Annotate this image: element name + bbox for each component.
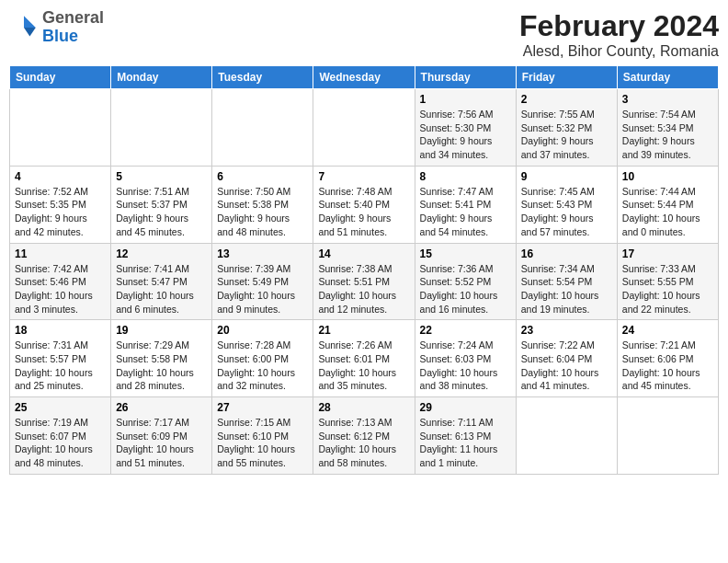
page-subtitle: Alesd, Bihor County, Romania: [519, 43, 719, 60]
day-number: 17: [622, 247, 713, 260]
calendar-cell: 3Sunrise: 7:54 AM Sunset: 5:34 PM Daylig…: [617, 89, 718, 167]
day-number: 8: [420, 170, 511, 183]
header-row: Sunday Monday Tuesday Wednesday Thursday…: [10, 66, 719, 89]
calendar-cell: 20Sunrise: 7:28 AM Sunset: 6:00 PM Dayli…: [212, 320, 313, 397]
col-friday: Friday: [516, 66, 617, 89]
calendar-cell: 19Sunrise: 7:29 AM Sunset: 5:58 PM Dayli…: [111, 320, 212, 397]
day-number: 26: [116, 401, 207, 414]
day-number: 14: [318, 247, 409, 260]
col-thursday: Thursday: [415, 66, 516, 89]
day-number: 1: [420, 93, 511, 106]
day-number: 4: [15, 170, 106, 183]
calendar-cell: 23Sunrise: 7:22 AM Sunset: 6:04 PM Dayli…: [516, 320, 617, 397]
svg-marker-1: [24, 28, 36, 37]
day-info: Sunrise: 7:15 AM Sunset: 6:10 PM Dayligh…: [217, 416, 308, 470]
calendar-table: Sunday Monday Tuesday Wednesday Thursday…: [9, 65, 719, 475]
day-number: 7: [318, 170, 409, 183]
calendar-header: Sunday Monday Tuesday Wednesday Thursday…: [10, 66, 719, 89]
calendar-cell: 12Sunrise: 7:41 AM Sunset: 5:47 PM Dayli…: [111, 243, 212, 320]
day-info: Sunrise: 7:36 AM Sunset: 5:52 PM Dayligh…: [420, 262, 511, 316]
calendar-cell: 10Sunrise: 7:44 AM Sunset: 5:44 PM Dayli…: [617, 166, 718, 243]
day-number: 16: [521, 247, 612, 260]
col-sunday: Sunday: [10, 66, 111, 89]
day-info: Sunrise: 7:50 AM Sunset: 5:38 PM Dayligh…: [217, 185, 308, 239]
calendar-body: 1Sunrise: 7:56 AM Sunset: 5:30 PM Daylig…: [10, 89, 719, 475]
day-info: Sunrise: 7:47 AM Sunset: 5:41 PM Dayligh…: [420, 185, 511, 239]
calendar-cell: 29Sunrise: 7:11 AM Sunset: 6:13 PM Dayli…: [415, 397, 516, 475]
day-info: Sunrise: 7:44 AM Sunset: 5:44 PM Dayligh…: [622, 185, 713, 239]
logo-icon: [9, 13, 39, 42]
day-info: Sunrise: 7:29 AM Sunset: 5:58 PM Dayligh…: [116, 339, 207, 393]
day-number: 10: [622, 170, 713, 183]
day-info: Sunrise: 7:45 AM Sunset: 5:43 PM Dayligh…: [521, 185, 612, 239]
calendar-week-5: 25Sunrise: 7:19 AM Sunset: 6:07 PM Dayli…: [10, 397, 719, 475]
day-info: Sunrise: 7:41 AM Sunset: 5:47 PM Dayligh…: [116, 262, 207, 316]
col-tuesday: Tuesday: [212, 66, 313, 89]
day-info: Sunrise: 7:54 AM Sunset: 5:34 PM Dayligh…: [622, 108, 713, 162]
calendar-cell: 4Sunrise: 7:52 AM Sunset: 5:35 PM Daylig…: [10, 166, 111, 243]
calendar-cell: 17Sunrise: 7:33 AM Sunset: 5:55 PM Dayli…: [617, 243, 718, 320]
calendar-cell: 5Sunrise: 7:51 AM Sunset: 5:37 PM Daylig…: [111, 166, 212, 243]
logo-text: General Blue: [42, 9, 104, 46]
day-number: 25: [15, 401, 106, 414]
day-info: Sunrise: 7:34 AM Sunset: 5:54 PM Dayligh…: [521, 262, 612, 316]
calendar-cell: 9Sunrise: 7:45 AM Sunset: 5:43 PM Daylig…: [516, 166, 617, 243]
calendar-cell: 13Sunrise: 7:39 AM Sunset: 5:49 PM Dayli…: [212, 243, 313, 320]
day-number: 29: [420, 401, 511, 414]
day-number: 9: [521, 170, 612, 183]
calendar-cell: 21Sunrise: 7:26 AM Sunset: 6:01 PM Dayli…: [313, 320, 415, 397]
calendar-cell: 8Sunrise: 7:47 AM Sunset: 5:41 PM Daylig…: [415, 166, 516, 243]
day-info: Sunrise: 7:17 AM Sunset: 6:09 PM Dayligh…: [116, 416, 207, 470]
calendar-cell: 22Sunrise: 7:24 AM Sunset: 6:03 PM Dayli…: [415, 320, 516, 397]
day-number: 20: [217, 324, 308, 337]
day-number: 13: [217, 247, 308, 260]
logo: General Blue: [9, 9, 104, 46]
day-number: 27: [217, 401, 308, 414]
page-title: February 2024: [519, 9, 719, 43]
calendar-cell: 28Sunrise: 7:13 AM Sunset: 6:12 PM Dayli…: [313, 397, 415, 475]
day-info: Sunrise: 7:22 AM Sunset: 6:04 PM Dayligh…: [521, 339, 612, 393]
calendar-cell: 1Sunrise: 7:56 AM Sunset: 5:30 PM Daylig…: [415, 89, 516, 167]
calendar-cell: [617, 397, 718, 475]
calendar-cell: 25Sunrise: 7:19 AM Sunset: 6:07 PM Dayli…: [10, 397, 111, 475]
day-info: Sunrise: 7:19 AM Sunset: 6:07 PM Dayligh…: [15, 416, 106, 470]
day-info: Sunrise: 7:13 AM Sunset: 6:12 PM Dayligh…: [318, 416, 409, 470]
calendar-cell: 15Sunrise: 7:36 AM Sunset: 5:52 PM Dayli…: [415, 243, 516, 320]
day-number: 19: [116, 324, 207, 337]
day-info: Sunrise: 7:52 AM Sunset: 5:35 PM Dayligh…: [15, 185, 106, 239]
calendar-week-1: 1Sunrise: 7:56 AM Sunset: 5:30 PM Daylig…: [10, 89, 719, 167]
day-info: Sunrise: 7:56 AM Sunset: 5:30 PM Dayligh…: [420, 108, 511, 162]
calendar-cell: [10, 89, 111, 167]
calendar-cell: 6Sunrise: 7:50 AM Sunset: 5:38 PM Daylig…: [212, 166, 313, 243]
logo-general: General: [42, 8, 104, 27]
svg-marker-0: [24, 16, 36, 28]
day-number: 12: [116, 247, 207, 260]
day-number: 5: [116, 170, 207, 183]
calendar-cell: 24Sunrise: 7:21 AM Sunset: 6:06 PM Dayli…: [617, 320, 718, 397]
calendar-cell: [313, 89, 415, 167]
calendar-week-2: 4Sunrise: 7:52 AM Sunset: 5:35 PM Daylig…: [10, 166, 719, 243]
page-header: General Blue February 2024 Alesd, Bihor …: [9, 9, 719, 60]
calendar-cell: 7Sunrise: 7:48 AM Sunset: 5:40 PM Daylig…: [313, 166, 415, 243]
day-number: 11: [15, 247, 106, 260]
day-number: 23: [521, 324, 612, 337]
title-block: February 2024 Alesd, Bihor County, Roman…: [519, 9, 719, 60]
day-info: Sunrise: 7:38 AM Sunset: 5:51 PM Dayligh…: [318, 262, 409, 316]
calendar-week-3: 11Sunrise: 7:42 AM Sunset: 5:46 PM Dayli…: [10, 243, 719, 320]
calendar-cell: [111, 89, 212, 167]
day-number: 22: [420, 324, 511, 337]
calendar-cell: [212, 89, 313, 167]
day-number: 18: [15, 324, 106, 337]
col-saturday: Saturday: [617, 66, 718, 89]
day-info: Sunrise: 7:51 AM Sunset: 5:37 PM Dayligh…: [116, 185, 207, 239]
day-info: Sunrise: 7:55 AM Sunset: 5:32 PM Dayligh…: [521, 108, 612, 162]
day-info: Sunrise: 7:26 AM Sunset: 6:01 PM Dayligh…: [318, 339, 409, 393]
calendar-cell: [516, 397, 617, 475]
day-number: 21: [318, 324, 409, 337]
col-wednesday: Wednesday: [313, 66, 415, 89]
calendar-cell: 2Sunrise: 7:55 AM Sunset: 5:32 PM Daylig…: [516, 89, 617, 167]
col-monday: Monday: [111, 66, 212, 89]
calendar-cell: 27Sunrise: 7:15 AM Sunset: 6:10 PM Dayli…: [212, 397, 313, 475]
day-info: Sunrise: 7:24 AM Sunset: 6:03 PM Dayligh…: [420, 339, 511, 393]
calendar-cell: 11Sunrise: 7:42 AM Sunset: 5:46 PM Dayli…: [10, 243, 111, 320]
